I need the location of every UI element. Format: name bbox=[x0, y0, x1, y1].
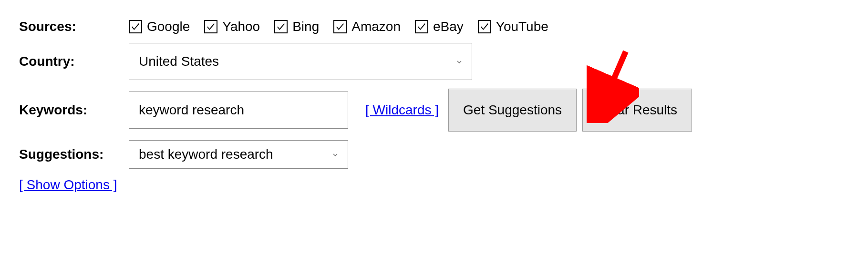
country-select[interactable]: United States bbox=[129, 43, 472, 80]
checkbox-google[interactable]: Google bbox=[129, 19, 190, 34]
checkbox-yahoo[interactable]: Yahoo bbox=[204, 19, 260, 34]
show-options-link[interactable]: [ Show Options ] bbox=[19, 177, 117, 193]
country-label: Country: bbox=[19, 54, 129, 69]
checkbox-amazon[interactable]: Amazon bbox=[333, 19, 401, 34]
suggestions-label: Suggestions: bbox=[19, 147, 129, 162]
suggestions-selected-value: best keyword research bbox=[139, 147, 273, 162]
suggestions-select[interactable]: best keyword research bbox=[129, 140, 348, 169]
keywords-input[interactable] bbox=[129, 92, 348, 129]
checkbox-label: Amazon bbox=[351, 19, 401, 34]
checkbox-label: eBay bbox=[433, 19, 464, 34]
checkmark-icon bbox=[333, 20, 347, 33]
chevron-down-icon bbox=[331, 147, 339, 162]
chevron-down-icon bbox=[455, 54, 463, 69]
checkmark-icon bbox=[204, 20, 217, 33]
suggestions-row: Suggestions: best keyword research bbox=[19, 140, 849, 169]
sources-checkbox-group: Google Yahoo Bing Amazon bbox=[129, 19, 563, 34]
checkbox-label: YouTube bbox=[496, 19, 548, 34]
wildcards-link[interactable]: [ Wildcards ] bbox=[365, 102, 439, 117]
country-selected-value: United States bbox=[139, 54, 219, 69]
checkbox-label: Google bbox=[147, 19, 190, 34]
checkbox-ebay[interactable]: eBay bbox=[415, 19, 464, 34]
keywords-label: Keywords: bbox=[19, 102, 129, 118]
checkbox-bing[interactable]: Bing bbox=[274, 19, 319, 34]
country-row: Country: United States bbox=[19, 43, 849, 80]
sources-label: Sources: bbox=[19, 19, 129, 34]
get-suggestions-button[interactable]: Get Suggestions bbox=[448, 89, 577, 132]
checkmark-icon bbox=[415, 20, 428, 33]
checkmark-icon bbox=[274, 20, 288, 33]
checkmark-icon bbox=[478, 20, 491, 33]
sources-row: Sources: Google Yahoo Bing bbox=[19, 19, 849, 34]
checkbox-youtube[interactable]: YouTube bbox=[478, 19, 548, 34]
keywords-row: Keywords: [ Wildcards ] Get Suggestions … bbox=[19, 89, 849, 132]
checkbox-label: Yahoo bbox=[222, 19, 260, 34]
clear-results-button[interactable]: Clear Results bbox=[582, 89, 692, 132]
show-options-row: [ Show Options ] bbox=[19, 177, 849, 193]
checkbox-label: Bing bbox=[292, 19, 319, 34]
checkmark-icon bbox=[129, 20, 142, 33]
